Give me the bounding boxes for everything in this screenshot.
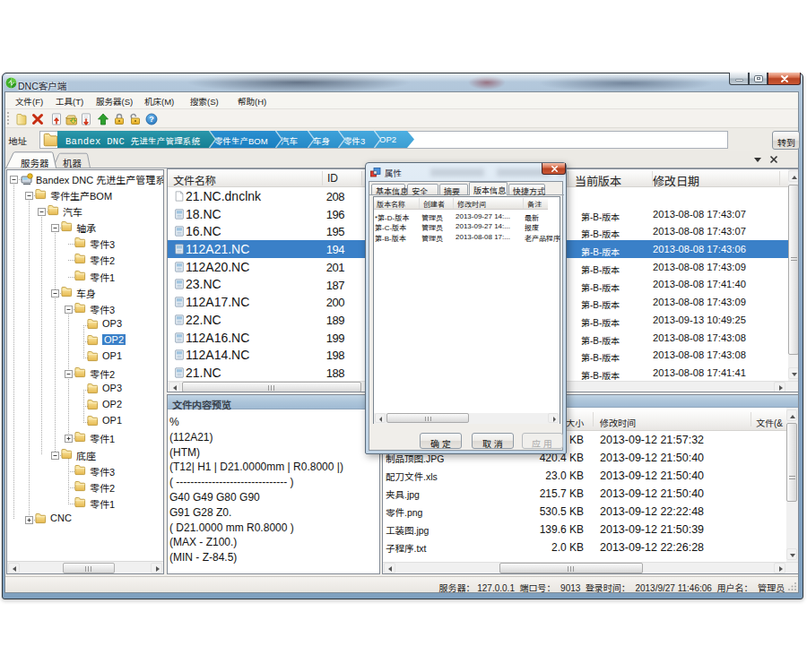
svg-text:?: ?: [149, 115, 154, 124]
